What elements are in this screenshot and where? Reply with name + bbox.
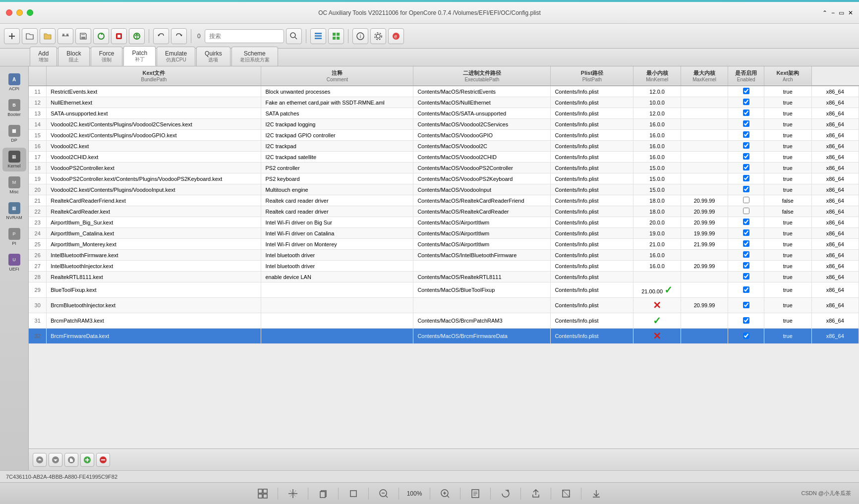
tab-scheme[interactable]: Scheme 老旧系统方案 bbox=[231, 47, 278, 66]
row-enabled[interactable] bbox=[728, 217, 764, 228]
table-row[interactable]: 20Voodool2C.kext/Contents/Plugins/Voodoo… bbox=[29, 184, 859, 195]
row-enabled[interactable] bbox=[728, 152, 764, 163]
sidebar-item-uefi[interactable]: U UEFI bbox=[2, 251, 26, 275]
footer-zoom-out-btn[interactable] bbox=[377, 487, 391, 501]
move-down-btn[interactable] bbox=[49, 453, 62, 467]
info-btn[interactable]: i bbox=[352, 28, 368, 44]
sidebar-item-booter[interactable]: B Booter bbox=[2, 96, 26, 120]
table-row[interactable]: 15Voodool2C.kext/Contents/Plugins/Voodoo… bbox=[29, 130, 859, 141]
row-enabled[interactable] bbox=[728, 108, 764, 119]
sidebar-item-dp[interactable]: ▦ DP bbox=[2, 122, 26, 146]
table-row[interactable]: 19VoodooPS2Controller.kext/Contents/Plug… bbox=[29, 173, 859, 184]
undo-toolbar-btn[interactable] bbox=[153, 28, 169, 44]
row-enabled[interactable] bbox=[728, 97, 764, 108]
row-enabled[interactable] bbox=[728, 261, 764, 272]
row-enabled[interactable] bbox=[728, 163, 764, 173]
eject-btn[interactable]: e bbox=[388, 28, 404, 44]
sidebar-item-nvram[interactable]: ▦ NVRAM bbox=[2, 199, 26, 223]
folder-toolbar-btn[interactable] bbox=[40, 28, 56, 44]
sidebar-item-kernel[interactable]: ▦ Kernel bbox=[2, 148, 26, 171]
search-input[interactable] bbox=[205, 29, 284, 43]
row-enabled[interactable] bbox=[728, 119, 764, 130]
sidebar-item-acpi[interactable]: A ACPI bbox=[2, 70, 26, 94]
row-enabled[interactable] bbox=[728, 195, 764, 206]
table-row[interactable]: 25AirportItlwm_Monterey.kextIntel Wi-Fi … bbox=[29, 239, 859, 250]
tab-add[interactable]: Add 增加 bbox=[30, 47, 57, 66]
row-enabled[interactable] bbox=[728, 173, 764, 184]
row-enabled[interactable] bbox=[728, 298, 764, 313]
tab-force[interactable]: Force 强制 bbox=[91, 47, 123, 66]
table-row[interactable]: 24AirportItlwm_Catalina.kextIntel Wi-Fi … bbox=[29, 228, 859, 239]
table-row[interactable]: 13SATA-unsupported.kextSATA patchesConte… bbox=[29, 108, 859, 119]
row-enabled[interactable] bbox=[728, 141, 764, 152]
footer-share-btn[interactable] bbox=[529, 487, 543, 501]
table-row[interactable]: 28RealtekRTL8111.kextenable device LANCo… bbox=[29, 272, 859, 282]
row-enabled[interactable] bbox=[728, 130, 764, 141]
table-row[interactable]: 16Voodool2C.kextI2C trackpadContents/Mac… bbox=[29, 141, 859, 152]
table-row[interactable]: 26IntelBluetoothFirmware.kextIntel bluet… bbox=[29, 250, 859, 261]
table-container[interactable]: Kext文件 BundlePath 注释 Comment 二进制文件路径 Exe… bbox=[29, 66, 859, 448]
row-enabled[interactable] bbox=[728, 282, 764, 298]
close-button[interactable] bbox=[6, 9, 12, 16]
table-row[interactable]: 23AirportItlwm_Big_Sur.kextIntel Wi-Fi d… bbox=[29, 217, 859, 228]
row-enabled[interactable] bbox=[728, 272, 764, 282]
footer-rotate-btn[interactable] bbox=[499, 487, 513, 501]
save-toolbar-btn[interactable] bbox=[75, 28, 91, 44]
resize-icon[interactable]: ▭ bbox=[839, 9, 844, 16]
tab-patch[interactable]: Patch 补丁 bbox=[123, 46, 156, 66]
grid-view-btn[interactable] bbox=[328, 28, 344, 44]
row-enabled[interactable] bbox=[728, 86, 764, 97]
table-row[interactable]: 11RestrictEvents.kextBlock unwanted proc… bbox=[29, 86, 859, 97]
minimize-button[interactable] bbox=[16, 9, 23, 16]
redo-toolbar-btn[interactable] bbox=[171, 28, 187, 44]
footer-copy-btn[interactable] bbox=[316, 487, 330, 501]
tab-block[interactable]: Block 阻止 bbox=[58, 47, 89, 66]
table-row[interactable]: 18VoodooPS2Controller.kextPS2 controller… bbox=[29, 163, 859, 173]
move-up-btn[interactable] bbox=[33, 453, 47, 467]
search-btn[interactable] bbox=[286, 28, 302, 44]
row-enabled[interactable] bbox=[728, 239, 764, 250]
close-icon[interactable]: ✕ bbox=[848, 9, 853, 16]
footer-zoom-in-btn[interactable] bbox=[438, 487, 452, 501]
open-toolbar-btn[interactable] bbox=[22, 28, 38, 44]
add-item-btn[interactable] bbox=[80, 453, 94, 467]
footer-expand-btn[interactable] bbox=[286, 487, 300, 501]
row-enabled[interactable] bbox=[728, 250, 764, 261]
sidebar-item-pi[interactable]: P PI bbox=[2, 225, 26, 249]
sidebar-item-misc[interactable]: M Misc bbox=[2, 173, 26, 197]
table-row[interactable]: 31BrcmPatchRAM3.kextContents/MacOS/BrcmP… bbox=[29, 313, 859, 329]
refresh1-toolbar-btn[interactable] bbox=[93, 28, 109, 44]
download-toolbar-btn[interactable] bbox=[111, 28, 127, 44]
remove-item-btn[interactable] bbox=[96, 453, 110, 467]
table-row[interactable]: 14Voodool2C.kext/Contents/Plugins/Voodoo… bbox=[29, 119, 859, 130]
copy-btn[interactable] bbox=[64, 453, 78, 467]
add-toolbar-btn[interactable] bbox=[4, 28, 20, 44]
footer-cut-btn[interactable] bbox=[559, 487, 573, 501]
row-enabled[interactable] bbox=[728, 206, 764, 217]
table-row[interactable]: 12NullEthernet.kextFake an ethernet card… bbox=[29, 97, 859, 108]
table-row[interactable]: 17Voodool2CHID.kextI2C trackpad satellit… bbox=[29, 152, 859, 163]
footer-crop-btn[interactable] bbox=[346, 487, 360, 501]
table-view-btn[interactable] bbox=[310, 28, 326, 44]
row-enabled[interactable] bbox=[728, 313, 764, 329]
footer-download-btn[interactable] bbox=[589, 487, 603, 501]
footer-page-btn[interactable] bbox=[468, 487, 482, 501]
tab-quirks[interactable]: Quirks 选项 bbox=[196, 47, 230, 66]
table-row[interactable]: 22RealtekCardReader.kextRealtek card rea… bbox=[29, 206, 859, 217]
row-enabled[interactable] bbox=[728, 329, 764, 344]
upload-toolbar-btn[interactable] bbox=[129, 28, 145, 44]
row-num: 30 bbox=[29, 298, 47, 313]
settings-btn[interactable] bbox=[370, 28, 386, 44]
home-toolbar-btn[interactable] bbox=[57, 28, 73, 44]
table-row[interactable]: 21RealtekCardReaderFriend.kextRealtek ca… bbox=[29, 195, 859, 206]
maximize-button[interactable] bbox=[27, 9, 33, 16]
table-row[interactable]: 32BrcmFirmwareData.kextContents/MacOS/Br… bbox=[29, 329, 859, 344]
row-enabled[interactable] bbox=[728, 228, 764, 239]
footer-grid-btn[interactable] bbox=[256, 487, 270, 501]
table-row[interactable]: 29BlueToolFixup.kextContents/MacOS/BlueT… bbox=[29, 282, 859, 298]
minimize-icon[interactable]: − bbox=[831, 9, 835, 16]
table-row[interactable]: 30BrcmBluetoothInjector.kextContents/Inf… bbox=[29, 298, 859, 313]
table-row[interactable]: 27IntelBluetoothInjector.kextIntel bluet… bbox=[29, 261, 859, 272]
tab-emulate[interactable]: Emulate 仿真CPU bbox=[157, 47, 195, 66]
row-enabled[interactable] bbox=[728, 184, 764, 195]
